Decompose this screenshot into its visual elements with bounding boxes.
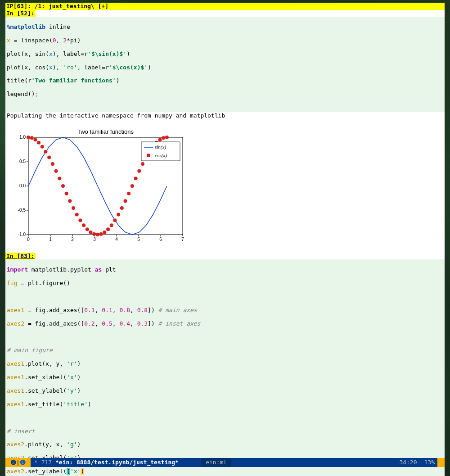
code-cell-63[interactable]: import matplotlib.pyplot as plt fig = pl…: [5, 259, 445, 476]
workspace-indicator: ❷|❶: [5, 458, 31, 467]
svg-point-66: [158, 138, 162, 141]
svg-text:5: 5: [137, 237, 140, 242]
svg-point-34: [47, 156, 51, 159]
svg-point-39: [65, 192, 68, 195]
svg-point-72: [147, 154, 150, 157]
svg-point-56: [124, 199, 127, 203]
svg-text:7: 7: [181, 237, 184, 242]
svg-text:-1.0: -1.0: [18, 232, 26, 237]
svg-point-36: [54, 169, 58, 173]
svg-text:1: 1: [49, 237, 52, 242]
svg-point-40: [68, 199, 72, 203]
svg-point-33: [44, 150, 47, 154]
svg-text:Two familiar functions: Two familiar functions: [77, 128, 134, 135]
cell-prompt-63: In [63]:: [5, 253, 36, 259]
title-bar: IP[63]: /1: just_testing\ [+]: [5, 3, 445, 10]
svg-point-32: [40, 145, 44, 149]
svg-point-42: [75, 213, 79, 217]
code-cell-52[interactable]: %matplotlib inline x = linspace(0, 2*pi)…: [5, 17, 445, 112]
svg-point-58: [130, 184, 134, 188]
svg-text:0.5: 0.5: [19, 159, 26, 164]
svg-text:4: 4: [115, 237, 118, 242]
svg-text:sin(x): sin(x): [155, 144, 166, 150]
cell-prompt-52: In [52]:: [5, 10, 36, 17]
svg-point-31: [37, 141, 40, 145]
svg-point-51: [106, 227, 110, 231]
svg-point-60: [137, 169, 141, 173]
svg-text:2: 2: [71, 237, 74, 242]
notebook-buffer[interactable]: In [52]: %matplotlib inline x = linspace…: [5, 10, 445, 476]
svg-text:0: 0: [27, 237, 30, 242]
svg-text:0.0: 0.0: [19, 183, 26, 188]
svg-point-38: [61, 184, 65, 188]
output-text-52: Populating the interactive namespace fro…: [5, 112, 445, 119]
svg-point-57: [127, 192, 130, 195]
svg-point-50: [103, 231, 106, 234]
svg-point-52: [110, 223, 113, 227]
svg-point-29: [30, 136, 34, 140]
svg-point-35: [51, 162, 54, 166]
svg-text:6: 6: [159, 237, 162, 242]
mode-line: ❷|❶ * 717 *ein: 8888/test.ipynb/just_tes…: [5, 458, 445, 467]
sin-cos-plot: Two familiar functions-1.0-0.50.00.51.00…: [8, 127, 186, 245]
scroll-pct: 13%: [422, 458, 437, 467]
text-cursor: ): [81, 468, 84, 475]
svg-point-54: [117, 213, 120, 217]
svg-point-49: [99, 232, 103, 236]
svg-point-67: [162, 136, 165, 140]
major-mode: ein:ml: [201, 458, 231, 467]
svg-text:1.0: 1.0: [19, 135, 26, 140]
svg-point-46: [89, 231, 93, 234]
svg-text:3: 3: [93, 237, 96, 242]
svg-point-41: [72, 206, 75, 210]
svg-point-28: [27, 136, 30, 139]
svg-point-59: [134, 177, 138, 180]
svg-point-47: [92, 232, 96, 236]
svg-point-55: [120, 206, 124, 210]
editor-window: IP[63]: /1: just_testing\ [+] In [52]: %…: [5, 3, 445, 467]
svg-point-44: [82, 223, 86, 227]
svg-point-43: [78, 218, 82, 222]
svg-point-68: [165, 136, 169, 139]
svg-point-45: [86, 227, 89, 231]
buffer-name: *ein: 8888/test.ipynb/just_testing*: [55, 459, 179, 466]
plot-output-52: Two familiar functions-1.0-0.50.00.51.00…: [6, 126, 445, 246]
svg-point-61: [141, 162, 144, 166]
svg-point-30: [33, 138, 37, 141]
cursor-pos: 34:20: [395, 458, 421, 467]
svg-point-37: [58, 177, 61, 180]
svg-point-48: [96, 233, 99, 236]
svg-text:-0.5: -0.5: [18, 208, 26, 213]
svg-point-53: [113, 218, 117, 222]
svg-text:cos(x): cos(x): [155, 153, 167, 159]
